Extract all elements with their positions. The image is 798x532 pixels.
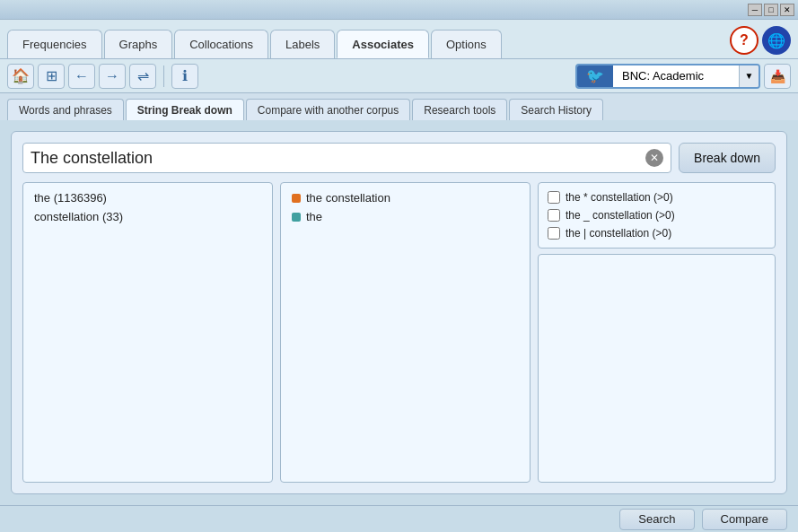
search-clear-button[interactable]: ✕ [645, 149, 663, 167]
checkbox-label-1: the * constellation (>0) [566, 191, 673, 204]
checkbox-item-3[interactable]: the | constellation (>0) [544, 224, 769, 242]
teal-dot-icon [292, 213, 301, 222]
corpus-dropdown-button[interactable]: ▼ [739, 65, 759, 87]
chevron-down-icon: ▼ [745, 71, 754, 81]
sub-tab-bar: Words and phrases String Break down Comp… [0, 93, 798, 120]
checkbox-3[interactable] [548, 227, 560, 240]
globe-icon[interactable]: 🌐 [762, 26, 791, 55]
home-button[interactable]: 🏠 [7, 64, 34, 89]
info-button[interactable]: ℹ [171, 64, 198, 89]
tab-graphs[interactable]: Graphs [104, 30, 173, 58]
bottom-bar: Search Compare [0, 505, 798, 532]
corpus-bird-label: 🐦 [577, 65, 613, 87]
search-box[interactable]: The constellation ✕ [22, 143, 671, 173]
tab-frequencies[interactable]: Frequencies [7, 30, 102, 58]
tab-options[interactable]: Options [431, 30, 502, 58]
tab-string-breakdown[interactable]: String Break down [126, 99, 244, 120]
title-bar: ─ □ ✕ [0, 0, 798, 20]
columns-row: the (1136396) constellation (33) the con… [22, 182, 776, 483]
tab-compare-corpus[interactable]: Compare with another corpus [246, 99, 410, 120]
left-column: the (1136396) constellation (33) [22, 182, 273, 483]
break-down-button[interactable]: Break down [679, 143, 776, 173]
bird-icon: 🐦 [586, 67, 604, 84]
right-column: the * constellation (>0) the _ constella… [538, 182, 776, 483]
checkbox-label-2: the _ constellation (>0) [566, 209, 675, 222]
search-button[interactable]: Search [619, 509, 694, 530]
corpus-selector[interactable]: 🐦 BNC: Academic ▼ [575, 64, 760, 89]
right-bottom-panel [538, 254, 776, 483]
divider [163, 65, 164, 87]
checkbox-item-2[interactable]: the _ constellation (>0) [544, 206, 769, 224]
list-item[interactable]: the constellation [286, 188, 524, 207]
export-button[interactable]: 📥 [764, 64, 791, 89]
corpus-name[interactable]: BNC: Academic [613, 65, 739, 87]
tab-words-phrases[interactable]: Words and phrases [7, 99, 124, 120]
help-icon[interactable]: ? [730, 26, 759, 55]
checkbox-2[interactable] [548, 209, 560, 222]
list-item[interactable]: constellation (33) [29, 207, 267, 226]
swap-button[interactable]: ⇌ [129, 64, 156, 89]
content-area: The constellation ✕ Break down the (1136… [0, 120, 798, 505]
tab-collocations[interactable]: Collocations [174, 30, 268, 58]
checkbox-1[interactable] [548, 191, 560, 204]
back-button[interactable]: ← [68, 64, 95, 89]
search-input-text: The constellation [31, 149, 645, 168]
content-panel: The constellation ✕ Break down the (1136… [11, 131, 787, 494]
minimize-button[interactable]: ─ [748, 4, 762, 16]
search-row: The constellation ✕ Break down [22, 143, 776, 173]
close-icon: ✕ [650, 152, 659, 164]
tab-associates[interactable]: Associates [337, 30, 429, 58]
orange-dot-icon [292, 194, 301, 203]
maximize-button[interactable]: □ [764, 4, 778, 16]
toolbar: 🏠 ⊞ ← → ⇌ ℹ 🐦 BNC: Academic ▼ 📥 [0, 59, 798, 93]
close-button[interactable]: ✕ [780, 4, 794, 16]
checkbox-item-1[interactable]: the * constellation (>0) [544, 188, 769, 206]
tab-search-history[interactable]: Search History [509, 99, 603, 120]
list-item[interactable]: the (1136396) [29, 188, 267, 207]
compare-button[interactable]: Compare [702, 509, 787, 530]
main-tab-bar: Frequencies Graphs Collocations Labels A… [0, 20, 798, 59]
info-icon: ℹ [182, 67, 188, 84]
grid-button[interactable]: ⊞ [38, 64, 65, 89]
word-item-text: the [306, 210, 322, 223]
middle-column: the constellation the [280, 182, 531, 483]
forward-button[interactable]: → [99, 64, 126, 89]
tab-research-tools[interactable]: Research tools [412, 99, 507, 120]
right-top-panel: the * constellation (>0) the _ constella… [538, 182, 776, 249]
list-item[interactable]: the [286, 207, 524, 226]
checkbox-label-3: the | constellation (>0) [566, 227, 671, 240]
phrase-item-text: the constellation [306, 191, 390, 205]
tab-labels[interactable]: Labels [270, 30, 335, 58]
